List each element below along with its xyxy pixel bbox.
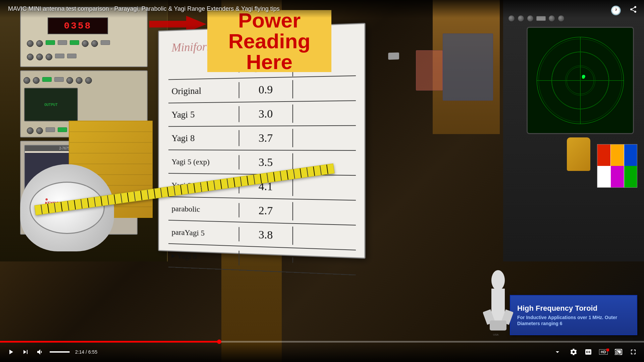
button-gray-5: [54, 77, 64, 82]
progress-dot: [217, 340, 221, 344]
row-power-7: [239, 255, 293, 263]
next-button[interactable]: [20, 347, 31, 357]
knob-4: [91, 40, 98, 47]
play-button[interactable]: [5, 347, 16, 357]
quality-button[interactable]: HD: [598, 348, 609, 356]
button-green-4: [58, 127, 67, 132]
time-display: 2:14 / 6:55: [75, 349, 97, 355]
table-row: Yagi 5 3.0: [168, 101, 356, 127]
quality-badge-container[interactable]: HD: [598, 348, 609, 356]
row-power-6: 3.8: [239, 225, 293, 245]
knob-9: [33, 77, 40, 84]
knob-5: [27, 54, 34, 60]
radar-display: [537, 37, 624, 124]
shelf-item-2: [416, 50, 443, 90]
share-icon[interactable]: [629, 5, 637, 16]
video-title: MAVIC MINI antenna test comparison - Par…: [8, 5, 280, 12]
knob-6: [36, 54, 43, 60]
row-name-5: parabolic: [168, 201, 239, 217]
video-container: 0358: [0, 0, 644, 362]
right-equipment: [503, 0, 644, 261]
radar-dot: [582, 76, 585, 79]
knob-2: [36, 40, 43, 47]
table-row: Yagi 8 3.7: [168, 126, 356, 151]
knob-12: [85, 77, 92, 84]
shuttle-model: USA: [483, 270, 513, 339]
book-title: High Frequency Toroid For Inductive Appl…: [517, 304, 630, 327]
top-right-icons: 🕐: [610, 5, 637, 16]
svg-point-6: [582, 75, 585, 78]
button-gray-1: [58, 40, 67, 45]
button-green-1: [46, 40, 55, 45]
row-name-7: ▸ Yagi 8: [168, 248, 239, 265]
button-gray-4: [67, 54, 76, 58]
reading-label-text: Reading: [228, 31, 311, 52]
rubiks-cube: [597, 144, 637, 188]
row-power-1: 3.0: [239, 105, 293, 123]
settings-button[interactable]: [568, 347, 579, 357]
clock-icon[interactable]: 🕐: [610, 5, 621, 16]
row-gain-6: [293, 233, 345, 240]
progress-bar-container[interactable]: [0, 341, 644, 343]
meter-value: 0358: [64, 21, 92, 31]
row-power-5: 2.7: [239, 201, 293, 221]
row-gain-0: [293, 85, 345, 92]
knob-10: [66, 77, 73, 84]
row-gain-1: [293, 111, 345, 117]
volume-button[interactable]: [35, 347, 46, 357]
youtube-controls: 2:14 / 6:55 HD: [0, 342, 644, 362]
here-label-text: Here: [246, 52, 292, 72]
row-name-3: Yagi 5 (exp): [168, 155, 239, 169]
chapters-dropdown[interactable]: [552, 347, 563, 357]
power-reading-overlay: Power Reading Here: [207, 10, 331, 72]
row-power-3: 3.5: [239, 153, 293, 172]
svg-rect-11: [490, 320, 506, 330]
knob-11: [76, 77, 83, 84]
row-gain-4: [293, 184, 345, 190]
shelf-item-1: [443, 34, 493, 101]
lion-figurine: [567, 137, 590, 171]
row-name-1: Yagi 5: [168, 106, 239, 123]
digital-meter-display: 0358: [48, 17, 108, 34]
row-name-2: Yagi 8: [168, 130, 239, 146]
hf-toroid-book: High Frequency Toroid For Inductive Appl…: [510, 295, 637, 335]
captions-button[interactable]: [583, 347, 594, 357]
knob-14: [36, 127, 43, 134]
row-gain-5: [293, 208, 345, 215]
cast-button[interactable]: [613, 347, 624, 357]
button-gray-3: [55, 54, 64, 58]
table-row: Original 0.9: [168, 76, 356, 103]
button-gray-2: [101, 40, 110, 45]
oscilloscope-screen: [527, 27, 634, 134]
row-name-6: paraYagi 5: [168, 225, 239, 241]
row-gain-2: [293, 135, 345, 141]
progress-bar-fill: [0, 341, 219, 343]
svg-point-3: [565, 65, 595, 95]
row-power-2: 3.7: [239, 129, 293, 147]
svg-rect-8: [491, 289, 505, 322]
title-bar: MAVIC MINI antenna test comparison - Par…: [0, 0, 644, 18]
svg-text:USA: USA: [493, 333, 499, 336]
row-gain-7: [293, 257, 345, 265]
fullscreen-button[interactable]: [628, 347, 639, 357]
volume-slider[interactable]: [50, 351, 70, 353]
row-name-0: Original: [168, 82, 239, 99]
knob-1: [27, 40, 34, 47]
svg-point-7: [491, 270, 505, 290]
button-gray-6: [46, 127, 55, 132]
whiteboard-clip: [388, 52, 399, 60]
knob-13: [27, 127, 34, 134]
knob-8: [23, 77, 30, 84]
knob-7: [46, 54, 52, 60]
row-gain-3: [293, 160, 345, 166]
button-green-3: [42, 77, 52, 82]
knob-3: [82, 40, 89, 47]
row-power-0: 0.9: [239, 80, 293, 99]
button-green-2: [70, 40, 79, 45]
